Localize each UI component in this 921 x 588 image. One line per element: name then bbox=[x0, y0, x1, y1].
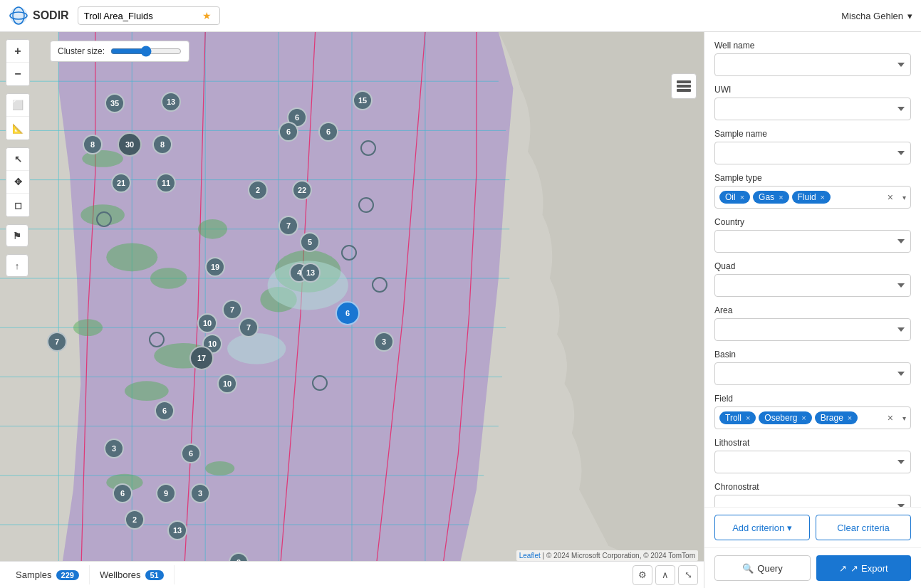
cluster-marker[interactable]: 5 bbox=[300, 232, 320, 252]
sample-type-clear-icon[interactable]: × bbox=[888, 191, 893, 203]
cluster-marker[interactable]: 30 bbox=[118, 132, 142, 157]
move-button[interactable]: ✥ bbox=[6, 171, 29, 194]
tag-troll-remove[interactable]: × bbox=[746, 414, 750, 422]
upload-button[interactable]: ↑ bbox=[6, 254, 28, 277]
cluster-marker[interactable]: 6 bbox=[318, 122, 338, 142]
erase-button[interactable]: ◻ bbox=[6, 194, 29, 216]
tag-oil-remove[interactable]: × bbox=[740, 193, 744, 201]
cluster-marker[interactable]: 6 bbox=[155, 401, 175, 421]
flag-button[interactable]: ⚑ bbox=[6, 224, 28, 247]
collapse-up-icon-button[interactable]: ∧ bbox=[655, 565, 675, 585]
cluster-marker[interactable]: 8 bbox=[83, 135, 103, 154]
tag-fluid-remove[interactable]: × bbox=[821, 193, 825, 201]
leaflet-link[interactable]: Leaflet bbox=[519, 552, 541, 560]
search-input[interactable] bbox=[84, 11, 198, 21]
cluster-marker[interactable]: 3 bbox=[190, 483, 210, 503]
cluster-marker[interactable]: 10 bbox=[217, 374, 237, 394]
cluster-marker[interactable]: 10 bbox=[197, 313, 217, 333]
cluster-marker[interactable]: 6 bbox=[113, 483, 132, 503]
favorite-star-icon[interactable]: ★ bbox=[202, 10, 212, 21]
lithostrat-select[interactable] bbox=[714, 451, 911, 473]
sample-name-select[interactable] bbox=[714, 142, 911, 164]
cluster-marker[interactable]: 19 bbox=[205, 257, 225, 277]
svg-point-21 bbox=[150, 268, 187, 289]
export-button[interactable]: ↗ ↗ Export bbox=[816, 555, 911, 581]
expand-icon-button[interactable]: ⤡ bbox=[678, 565, 698, 585]
cluster-marker[interactable]: 21 bbox=[111, 173, 131, 193]
cluster-marker[interactable]: 2 bbox=[125, 510, 145, 530]
single-marker[interactable] bbox=[358, 197, 374, 213]
cluster-marker[interactable]: 15 bbox=[353, 90, 373, 110]
single-marker[interactable] bbox=[372, 277, 387, 293]
zoom-in-button[interactable]: + bbox=[6, 40, 29, 63]
search-box[interactable]: ★ bbox=[78, 6, 220, 25]
cluster-marker[interactable]: 9 bbox=[156, 483, 176, 503]
tab-icons: ⚙ ∧ ⤡ bbox=[633, 565, 698, 585]
single-marker[interactable] bbox=[360, 140, 376, 156]
tab-samples[interactable]: Samples 229 bbox=[6, 565, 90, 584]
header: SODIR ★ Mischa Gehlen bbox=[0, 0, 921, 32]
select-box-button[interactable]: ⬜ bbox=[6, 94, 29, 117]
quad-select[interactable] bbox=[714, 274, 911, 297]
field-tags-field[interactable]: Troll × Oseberg × Brage × × ▾ bbox=[714, 406, 911, 429]
cluster-marker[interactable]: 6 bbox=[335, 301, 360, 325]
cluster-marker[interactable]: 2 bbox=[248, 180, 268, 200]
cluster-marker[interactable]: 8 bbox=[152, 135, 172, 154]
single-marker[interactable] bbox=[149, 332, 165, 347]
cluster-marker[interactable]: 13 bbox=[167, 520, 187, 540]
cluster-marker[interactable]: 6 bbox=[279, 122, 298, 142]
field-clear-icon[interactable]: × bbox=[888, 412, 893, 424]
cluster-marker[interactable]: 11 bbox=[156, 173, 176, 193]
tag-troll[interactable]: Troll × bbox=[719, 411, 756, 424]
layers-button[interactable] bbox=[671, 73, 697, 99]
user-name: Mischa Gehlen bbox=[841, 11, 903, 21]
tag-oil[interactable]: Oil × bbox=[719, 191, 750, 204]
tag-gas[interactable]: Gas × bbox=[753, 191, 789, 204]
sample-type-tags-field[interactable]: Oil × Gas × Fluid × × ▾ bbox=[714, 186, 911, 209]
zoom-out-button[interactable]: − bbox=[6, 63, 29, 85]
chronostrat-select[interactable] bbox=[714, 495, 911, 507]
cluster-marker[interactable]: 35 bbox=[105, 93, 125, 113]
uwi-select[interactable] bbox=[714, 98, 911, 120]
cursor-button[interactable]: ↖ bbox=[6, 148, 29, 171]
cluster-marker[interactable]: 22 bbox=[292, 180, 312, 200]
tab-wellbores[interactable]: Wellbores 51 bbox=[90, 565, 175, 584]
area-select[interactable] bbox=[714, 318, 911, 341]
cluster-marker[interactable]: 13 bbox=[301, 263, 321, 283]
cluster-marker[interactable]: 3 bbox=[104, 439, 124, 458]
tag-brage[interactable]: Brage × bbox=[815, 411, 858, 424]
single-marker[interactable] bbox=[341, 245, 357, 261]
sample-type-label: Sample type bbox=[714, 173, 911, 183]
field-dropdown-icon[interactable]: ▾ bbox=[902, 414, 906, 422]
tag-gas-remove[interactable]: × bbox=[779, 193, 783, 201]
basin-select[interactable] bbox=[714, 362, 911, 385]
clear-criteria-button[interactable]: Clear criteria bbox=[816, 515, 911, 540]
cluster-marker[interactable]: 7 bbox=[47, 332, 67, 352]
add-criterion-button[interactable]: Add criterion ▾ bbox=[714, 515, 810, 540]
query-button[interactable]: 🔍 Query bbox=[714, 555, 811, 581]
cluster-marker[interactable]: 13 bbox=[161, 92, 181, 112]
map-container[interactable]: + − ⬜ 📐 ↖ ✥ ◻ ⚑ ↑ Cluster size: bbox=[0, 32, 704, 588]
country-select[interactable] bbox=[714, 230, 911, 253]
cluster-marker[interactable]: 6 bbox=[181, 443, 201, 463]
single-marker[interactable] bbox=[312, 375, 328, 391]
tag-oseberg-remove[interactable]: × bbox=[801, 414, 806, 422]
cluster-marker[interactable]: 17 bbox=[189, 346, 214, 370]
measure-button[interactable]: 📐 bbox=[6, 117, 29, 140]
cluster-marker[interactable]: 7 bbox=[279, 216, 298, 236]
tag-oseberg[interactable]: Oseberg × bbox=[759, 411, 811, 424]
settings-icon-button[interactable]: ⚙ bbox=[633, 565, 652, 585]
user-menu[interactable]: Mischa Gehlen bbox=[841, 11, 912, 21]
tag-brage-remove[interactable]: × bbox=[848, 414, 852, 422]
map-attribution: Leaflet | © 2024 Microsoft Corporation, … bbox=[516, 550, 698, 561]
sample-type-dropdown-icon[interactable]: ▾ bbox=[902, 194, 906, 201]
cluster-size-control[interactable]: Cluster size: bbox=[50, 41, 189, 62]
cluster-marker[interactable]: 3 bbox=[374, 332, 394, 352]
tag-fluid[interactable]: Fluid × bbox=[792, 191, 831, 204]
cluster-marker[interactable]: 7 bbox=[222, 300, 242, 320]
single-marker[interactable] bbox=[96, 211, 112, 227]
draw-controls: ⬜ 📐 bbox=[6, 93, 30, 140]
cluster-size-slider[interactable] bbox=[110, 46, 182, 57]
cluster-marker[interactable]: 7 bbox=[239, 317, 259, 337]
well-name-select[interactable] bbox=[714, 53, 911, 76]
